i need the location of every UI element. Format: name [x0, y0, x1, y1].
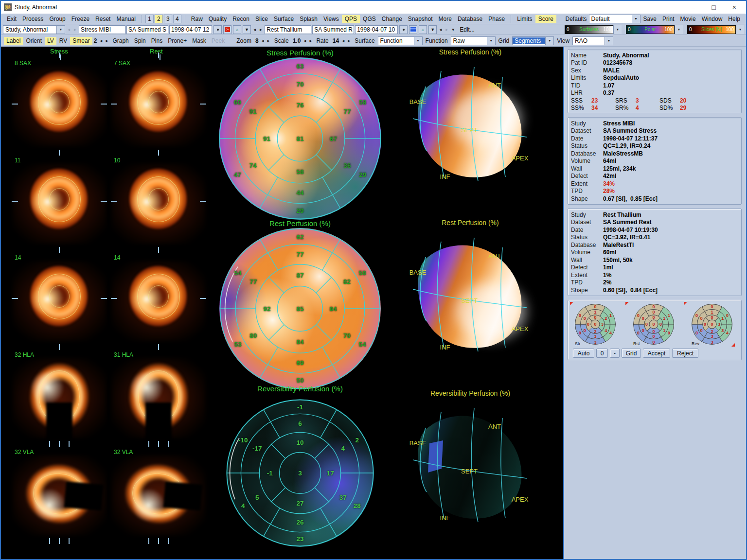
zoom-decrease-arrow[interactable]: ◂ [260, 38, 266, 43]
menu-item-reset[interactable]: Reset [92, 15, 113, 23]
chevron-down-icon[interactable]: ▼ [736, 25, 744, 34]
stress-study-field[interactable]: Stress MIBI [79, 25, 125, 34]
stress-dot-button[interactable] [213, 25, 222, 34]
menu-item-save[interactable]: Save [640, 15, 659, 23]
slice-cell-32-vla-rest[interactable]: 32 VLA [110, 446, 207, 543]
menu-item-slice[interactable]: Slice [252, 15, 271, 23]
rate-increase-arrow[interactable]: ▸ [346, 38, 352, 43]
rest-marker-icon[interactable] [409, 25, 417, 34]
score-map-str[interactable]: 00320124300014300 [574, 303, 617, 346]
next-arrow-icon[interactable]: ▸ [444, 27, 449, 32]
prev-arrow-icon[interactable]: ◂ [438, 27, 443, 32]
menu-item-process[interactable]: Process [19, 15, 46, 23]
maximize-button[interactable]: □ [711, 3, 715, 11]
function-select[interactable]: Raw▼ [451, 36, 496, 45]
label-toggle[interactable]: Label [4, 37, 23, 45]
rest-date-field[interactable]: 1998-04-07 10 [355, 25, 398, 34]
stress-dataset-field[interactable]: SA Summed S [126, 25, 168, 34]
menu-item-database[interactable]: Database [455, 15, 485, 23]
rv-toggle[interactable]: RV [57, 37, 70, 45]
menu-item-exit[interactable]: Exit [4, 15, 19, 23]
menu-item-surface[interactable]: Surface [271, 15, 297, 23]
menu-item-help[interactable]: Help [725, 15, 743, 23]
slice-cell-14-stress[interactable]: 14 [11, 251, 108, 349]
stress-triangle-icon[interactable]: ▵ [233, 25, 241, 34]
slices-colorscale[interactable]: 0 Slices [N] 100 ▼ [687, 25, 744, 34]
page-button-2[interactable]: 2 [155, 15, 163, 23]
menu-item-splash[interactable]: Splash [297, 15, 320, 23]
next-arrow-icon[interactable]: ▸ [72, 27, 78, 32]
menu-item-change[interactable]: Change [379, 15, 405, 23]
next-arrow-icon[interactable]: ▸ [258, 27, 264, 32]
chevron-down-icon[interactable]: ▼ [56, 26, 65, 34]
slice-cell-7-sax-rest[interactable]: 7 SAX [110, 57, 207, 154]
graph-button[interactable]: Graph [110, 37, 131, 45]
scale-decrease-arrow[interactable]: ◂ [302, 38, 307, 43]
0-button[interactable]: 0 [596, 349, 608, 358]
mask-button[interactable]: Mask [190, 37, 209, 45]
prev-arrow-icon[interactable]: ◂ [252, 27, 257, 32]
prev-arrow-icon[interactable]: ◂ [66, 27, 71, 32]
chevron-down-icon[interactable]: ▼ [487, 37, 495, 45]
slice-cell-32-hla-stress[interactable]: 32 HLA [11, 349, 108, 446]
page-button-4[interactable]: 4 [173, 15, 181, 23]
menu-item-raw[interactable]: Raw [188, 15, 206, 23]
grid-button[interactable]: Grid [622, 349, 641, 358]
chevron-down-icon[interactable]: ▼ [632, 15, 640, 23]
page-button-3[interactable]: 3 [164, 15, 172, 23]
smear-toggle[interactable]: Smear [70, 37, 92, 45]
surfaces-colorscale[interactable]: 0 Surfaces 100 ▼ [565, 25, 622, 34]
rest-polar-map[interactable]: Rest Perfusion (%)8587848492778270698077… [219, 219, 381, 389]
reversibility-surface-3d[interactable]: Reversibility Perfusion (%)ANTBASESEPTAP… [383, 389, 558, 540]
stress-dropdown-button[interactable]: ▼ [243, 25, 251, 34]
rest-dot-button[interactable] [399, 25, 408, 34]
polar-map-surface[interactable]: 8587848492778270698077625854505354 [219, 228, 381, 389]
menu-item-print[interactable]: Print [659, 15, 677, 23]
spin-button[interactable]: Spin [132, 37, 148, 45]
chevron-down-icon[interactable]: ▼ [414, 37, 422, 45]
pins-button[interactable]: Pins [149, 37, 165, 45]
polar-map-surface[interactable]: 3101727-16437265-17-1228234-10 [226, 399, 374, 547]
page-button-1[interactable]: 1 [145, 15, 154, 23]
menu-item-quality[interactable]: Quality [206, 15, 230, 23]
smear-decrease-arrow[interactable]: ◂ [98, 38, 104, 43]
menu-item-manual[interactable]: Manual [113, 15, 138, 23]
grid-select[interactable]: Segments▼ [512, 36, 554, 45]
chevron-down-icon[interactable]: ▼ [545, 37, 553, 45]
stress-polar-map[interactable]: Stress Perfusion (%)81766758917077364474… [219, 49, 381, 220]
menu-item-freeze[interactable]: Freeze [69, 15, 92, 23]
menu-item-phase[interactable]: Phase [485, 15, 508, 23]
rate-decrease-arrow[interactable]: ◂ [340, 38, 346, 43]
auto-button[interactable]: Auto [573, 349, 594, 358]
defaults-select[interactable]: Default ▼ [589, 15, 640, 23]
rest-surface-3d[interactable]: Rest Perfusion (%)ANTBASESEPTAPEXINF [383, 218, 558, 369]
reversibility-polar-map[interactable]: Reversibility Perfusion (%)3101727-16437… [226, 385, 374, 547]
slice-cell-11-stress[interactable]: 11 [11, 154, 108, 251]
menu-item-score[interactable]: Score [535, 15, 556, 23]
view-select[interactable]: RAO▼ [572, 36, 613, 45]
stress-surface-3d[interactable]: Stress Perfusion (%)ANTBASESEPTAPEXINF [383, 48, 558, 198]
score-map-rev[interactable]: 00320113300004300 [691, 303, 733, 346]
menu-item-views[interactable]: Views [320, 15, 342, 23]
slice-cell-31-hla-rest[interactable]: 31 HLA [110, 349, 207, 446]
zoom-increase-arrow[interactable]: ▸ [266, 38, 271, 43]
menu-item-recon[interactable]: Recon [230, 15, 252, 23]
polar-colorscale[interactable]: 0 Polar 100 ▼ [626, 25, 683, 34]
menu-item-more[interactable]: More [436, 15, 455, 23]
menu-item-qps[interactable]: QPS [342, 15, 360, 23]
edit-button[interactable]: Edit... [457, 26, 478, 34]
rest-dropdown-button[interactable]: ▼ [428, 25, 437, 34]
score-map-rst[interactable]: 00000011000010000 [632, 303, 675, 346]
chevron-down-icon[interactable]: ▼ [675, 25, 683, 34]
rest-triangle-icon[interactable]: ▵ [419, 25, 427, 34]
menu-item-snapshot[interactable]: Snapshot [405, 15, 436, 23]
surface-select[interactable]: Function▼ [378, 36, 423, 45]
stress-marker-icon[interactable]: > [223, 25, 231, 34]
slice-cell-32-vla-stress[interactable]: 32 VLA [11, 446, 108, 543]
rest-study-field[interactable]: Rest Thallium [265, 25, 311, 34]
chevron-down-icon[interactable]: ▼ [605, 37, 613, 45]
chevron-down-icon[interactable]: ▾ [450, 27, 456, 32]
menu-item-limits[interactable]: Limits [514, 15, 535, 23]
lv-toggle[interactable]: LV [45, 37, 56, 45]
orient-toggle[interactable]: Orient [23, 37, 44, 45]
